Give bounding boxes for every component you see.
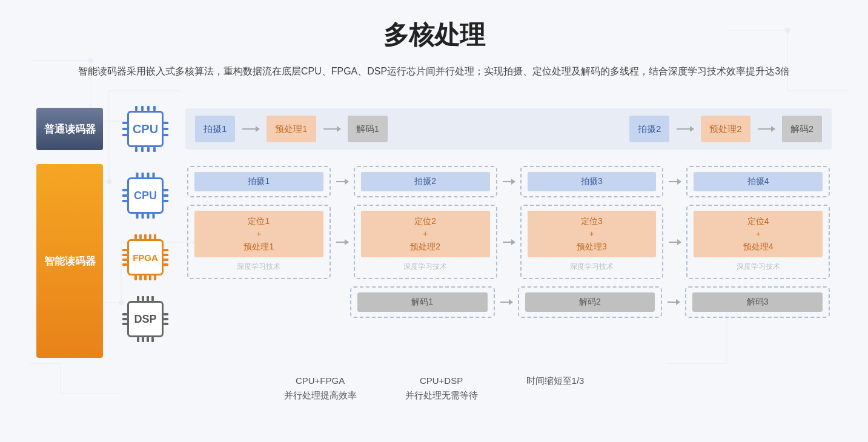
normal-block-decode2: 解码2 (782, 116, 822, 142)
normal-block-decode1: 解码1 (348, 116, 388, 142)
arrow-line (503, 181, 515, 182)
decode-cell-1: 解码1 (350, 286, 495, 318)
capture-cell-4: 拍摄4 (686, 166, 830, 197)
page-title: 多核处理 (36, 18, 832, 52)
capture-2: 拍摄2 (361, 172, 490, 191)
deep-2: 深度学习技术 (403, 260, 447, 273)
capture-1: 拍摄1 (194, 172, 323, 191)
capture-cell-2: 拍摄2 (354, 166, 497, 197)
arrow-cap-2 (499, 164, 518, 199)
capture-4: 拍摄4 (694, 172, 823, 191)
locate-row: 定位1+预处理1 深度学习技术 定位2+预处理2 深度学习技术 定位3+预处 (185, 203, 832, 281)
deep-4: 深度学习技术 (737, 260, 780, 273)
normal-blocks: 拍摄1 预处理1 解码1 拍摄2 预处理2 解码2 (185, 108, 832, 150)
decode-2: 解码2 (525, 292, 655, 312)
main-container: 多核处理 智能读码器采用嵌入式多核算法，重构数据流在底层CPU、FPGA、DSP… (0, 0, 868, 421)
capture-3: 拍摄3 (528, 172, 657, 191)
normal-reader-row: 普通读码器 (36, 104, 832, 154)
arrow-loc-3 (665, 203, 684, 281)
decode-cell-3: 解码3 (685, 286, 830, 318)
smart-grid: 拍摄1 拍摄2 拍摄3 (185, 164, 832, 320)
footer-item-2: CPU+DSP 并行处理无需等待 (405, 374, 478, 403)
capture-cell-3: 拍摄3 (520, 166, 664, 197)
footer-item-3: 时间缩短至1/3 (526, 374, 585, 403)
arrow3 (677, 128, 694, 130)
decode-3: 解码3 (692, 292, 823, 312)
arrow2 (323, 128, 340, 130)
dsp-label: DSP (127, 301, 164, 337)
locate-1: 定位1+预处理1 (194, 211, 323, 257)
decode-cell-2: 解码2 (518, 286, 663, 318)
decode-1: 解码1 (357, 292, 488, 312)
arrow-loc-2 (499, 203, 518, 281)
locate-4: 定位4+预处理4 (694, 211, 823, 257)
smart-label: 智能读码器 (36, 164, 103, 358)
page-subtitle: 智能读码器采用嵌入式多核算法，重构数据流在底层CPU、FPGA、DSP运行芯片间… (36, 63, 832, 79)
arrow-line (336, 242, 348, 243)
arrow-line (669, 181, 681, 182)
arrow-cap-1 (333, 164, 352, 199)
arrow-dec-1 (497, 285, 516, 320)
capture-row: 拍摄1 拍摄2 拍摄3 (185, 164, 832, 199)
cpu-chip-normal: CPU (115, 104, 176, 154)
capture-cell-1: 拍摄1 (187, 166, 331, 197)
arrow-cap-3 (665, 164, 684, 199)
arrow-line (503, 242, 515, 243)
footer-item-1: CPU+FPGA 并行处理提高效率 (284, 374, 357, 403)
locate-cell-3: 定位3+预处理3 深度学习技术 (520, 205, 664, 279)
arrow1 (242, 128, 259, 130)
arrow-line (336, 181, 348, 182)
normal-block-capture1: 拍摄1 (195, 116, 235, 142)
locate-2: 定位2+预处理2 (361, 211, 490, 257)
locate-cell-4: 定位4+预处理4 深度学习技术 (686, 205, 830, 279)
cpu-label-normal: CPU (127, 111, 164, 147)
locate-cell-2: 定位2+预处理2 深度学习技术 (354, 205, 497, 279)
normal-block-preprocess2: 预处理2 (701, 116, 750, 142)
arrow-line (668, 302, 680, 303)
normal-label: 普通读码器 (36, 108, 103, 150)
normal-block-preprocess1: 预处理1 (267, 116, 316, 142)
deep-1: 深度学习技术 (237, 260, 280, 273)
locate-cell-1: 定位1+预处理1 深度学习技术 (187, 205, 331, 279)
fpga-label: FPGA (127, 239, 164, 275)
cpu-label-smart: CPU (127, 177, 164, 214)
arrow-dec-2 (664, 285, 683, 320)
decode-cell-empty (187, 286, 332, 318)
footer-labels: CPU+FPGA 并行处理提高效率 CPU+DSP 并行处理无需等待 时间缩短至… (36, 374, 832, 403)
deep-3: 深度学习技术 (570, 260, 614, 273)
locate-3: 定位3+预处理3 (528, 211, 657, 257)
arrow-loc-1 (333, 203, 352, 281)
smart-reader-row: 智能读码器 (36, 164, 832, 358)
diagram: 普通读码器 (36, 104, 832, 363)
arrow-line (500, 302, 512, 303)
smart-chips: CPU (115, 164, 176, 351)
decode-row: 解码1 解码2 解码3 (185, 285, 832, 320)
arrow-line (669, 242, 681, 243)
normal-block-capture2: 拍摄2 (629, 116, 669, 142)
arrow4 (758, 128, 775, 130)
